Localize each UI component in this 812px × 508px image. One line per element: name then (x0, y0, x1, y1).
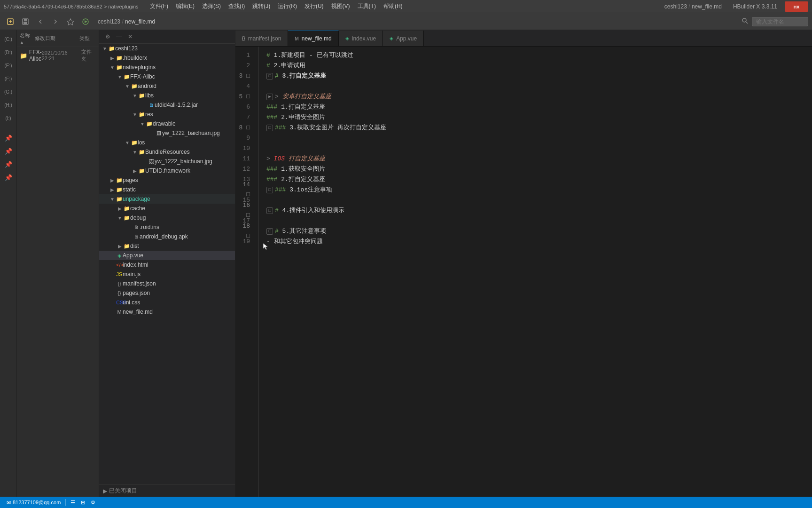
toolbar-icon-btn[interactable] (4, 16, 17, 28)
status-email[interactable]: ✉ 812377109@qq.com (4, 500, 63, 506)
fold-button-5[interactable]: ▶ (266, 94, 273, 100)
closed-projects[interactable]: ▶ 已关闭项目 (99, 484, 235, 497)
fold-button-8[interactable]: □ (266, 125, 273, 131)
line-num-5: 5 □ (235, 92, 254, 102)
fold-button-18[interactable]: □ (266, 228, 273, 235)
tree-item-unpackage[interactable]: ▼ 📁 unpackage (99, 194, 235, 204)
drive-f[interactable]: (F:) (2, 73, 15, 84)
menu-item-jump[interactable]: 跳转(J) (249, 0, 274, 13)
tree-item-manifest-json[interactable]: ▶ {} manifest.json (99, 279, 235, 288)
tree-item-yw1222-baichuan[interactable]: ▶ 🖼 yw_1222_baichuan.jpg (99, 128, 235, 138)
tree-label: pages (123, 177, 235, 183)
drive-e[interactable]: (E:) (2, 60, 15, 71)
tree-item-android[interactable]: ▼ 📁 android (99, 81, 235, 91)
pin-icon-3[interactable]: 📌 (2, 159, 15, 169)
tree-item-nativeplugins[interactable]: ▼ 📁 nativeplugins (99, 63, 235, 72)
tree-item-yw1222-baichuan2[interactable]: ▶ 🖼 yw_1222_baichuan.jpg (99, 157, 235, 166)
list-icon: ☰ (70, 500, 75, 506)
folder-icon: 📁 (139, 168, 145, 174)
tree-collapse-btn[interactable]: — (114, 32, 124, 41)
line-num-14: 14 □ (235, 185, 254, 195)
status-settings-icon[interactable]: ⚙ (88, 500, 98, 506)
tree-item-android-debug-apk[interactable]: ▶ 🗎 android_debug.apk (99, 232, 235, 241)
tree-item-bundleresources[interactable]: ▼ 📁 BundleResources (99, 147, 235, 157)
menu-item-run[interactable]: 运行(R) (274, 0, 301, 13)
side-panel: (C:) (D:) (E:) (F:) (G:) (H:) (I:) 📌 📌 📌… (0, 30, 17, 497)
tree-label: yw_1222_baichuan.jpg (155, 158, 235, 165)
tree-label: utdid4all-1.5.2.jar (155, 102, 235, 108)
tree-item-uni-css[interactable]: ▶ CSS uni.css (99, 298, 235, 307)
status-list-icon[interactable]: ☰ (68, 500, 78, 506)
toolbar-back-btn[interactable] (34, 16, 47, 28)
tab-app-vue[interactable]: ◈ App.vue (383, 31, 424, 46)
tree-item-new-file-md[interactable]: ▶ M new_file.md (99, 307, 235, 317)
tree-item-drawable[interactable]: ▼ 📁 drawable (99, 119, 235, 128)
tree-item-index-html[interactable]: ▶ </> index.html (99, 260, 235, 270)
code-line-9 (266, 133, 804, 143)
tree-item-ffx-alibc[interactable]: ▼ 📁 FFX-Alibc (99, 72, 235, 81)
tree-label: dist (130, 243, 235, 249)
drive-i[interactable]: (I:) (2, 113, 15, 123)
tree-item-roid-ins[interactable]: ▶ 🗎 .roid.ins (99, 222, 235, 232)
toolbar-right (742, 17, 808, 26)
drive-h[interactable]: (H:) (2, 100, 15, 110)
toolbar-run-btn[interactable] (79, 16, 92, 28)
menu-item-view[interactable]: 视图(V) (328, 0, 354, 13)
pin-icon-2[interactable]: 📌 (2, 146, 15, 156)
fm-header: 名称 ▲ 修改日期 类型 (17, 30, 99, 47)
tree-label: main.js (123, 271, 235, 278)
menu-item-file[interactable]: 文件(F) (146, 0, 172, 13)
tree-item-libs[interactable]: ▼ 📁 libs (99, 91, 235, 100)
folder-icon: 📁 (124, 74, 130, 80)
tree-label: unpackage (123, 196, 235, 202)
toolbar-save-btn[interactable] (19, 16, 32, 28)
tab-new-file-md[interactable]: M new_file.md (288, 31, 338, 46)
tab-index-vue[interactable]: ◈ index.vue (339, 31, 383, 46)
tree-item-app-vue[interactable]: ▶ ◈ App.vue (99, 251, 235, 260)
code-editor[interactable]: # 1.新建项目 - 已有可以跳过 # 2.申请试用 □ # 3.打自定义基座 (259, 47, 812, 497)
fm-item-name: FFX-Alibc (29, 49, 42, 62)
tree-item-pages[interactable]: ▶ 📁 pages (99, 175, 235, 185)
svg-line-12 (746, 22, 748, 24)
line-num-8: 8 □ (235, 123, 254, 133)
menu-item-tools[interactable]: 工具(T) (354, 0, 380, 13)
tree-item-utdid-framework[interactable]: ▶ 📁 UTDID.framework (99, 166, 235, 175)
menu-item-select[interactable]: 选择(S) (198, 0, 225, 13)
code-line-3: □ # 3.打自定义基座 (266, 71, 804, 81)
tree-item-res[interactable]: ▼ 📁 res (99, 110, 235, 119)
fm-row-ffx[interactable]: 📁 FFX-Alibc 2021/10/16 22:21 文件夹 (17, 47, 99, 64)
status-grid-icon[interactable]: ⊞ (78, 500, 88, 506)
toolbar-forward-btn[interactable] (49, 16, 62, 28)
tree-item-hbuilderx[interactable]: ▶ 📁 .hbuilderx (99, 53, 235, 63)
tree-settings-btn[interactable]: ⚙ (103, 32, 112, 41)
tab-manifest-json[interactable]: {} manifest.json (235, 31, 288, 46)
drive-c[interactable]: (C:) (2, 34, 15, 44)
fold-button-14[interactable]: □ (266, 187, 273, 193)
tree-item-main-js[interactable]: ▶ JS main.js (99, 270, 235, 279)
tree-close-btn[interactable]: ✕ (125, 32, 135, 41)
expand-arrow: ▶ (116, 205, 124, 212)
toolbar-star-btn[interactable] (64, 16, 77, 28)
search-input[interactable] (752, 17, 808, 26)
menu-item-find[interactable]: 查找(I) (225, 0, 249, 13)
fold-button-16[interactable]: □ (266, 207, 273, 214)
tree-item-dist[interactable]: ▶ 📁 dist (99, 241, 235, 251)
pin-icon-4[interactable]: 📌 (2, 172, 15, 183)
menu-item-help[interactable]: 帮助(H) (380, 0, 406, 13)
pin-icon-1[interactable]: 📌 (2, 133, 15, 143)
line-num-18: 18 □ (235, 226, 254, 237)
menu-item-edit[interactable]: 编辑(E) (172, 0, 198, 13)
file-icon: ◈ (116, 253, 123, 259)
tree-item-cache[interactable]: ▶ 📁 cache (99, 204, 235, 213)
tree-item-static[interactable]: ▶ 📁 static (99, 185, 235, 194)
tree-item-ceshi123[interactable]: ▼ 📁 ceshi123 (99, 44, 235, 53)
drive-g[interactable]: (G:) (2, 87, 15, 97)
menu-item-publish[interactable]: 发行(U) (301, 0, 328, 13)
tree-item-ios[interactable]: ▼ 📁 ios (99, 138, 235, 147)
fold-button-3[interactable]: □ (266, 73, 273, 79)
drive-d[interactable]: (D:) (2, 47, 15, 57)
tree-item-pages-json[interactable]: ▶ {} pages.json (99, 288, 235, 298)
expand-arrow: ▼ (109, 195, 116, 203)
tree-item-utdid4all[interactable]: ▶ 🗎 utdid4all-1.5.2.jar (99, 100, 235, 110)
tree-item-debug[interactable]: ▼ 📁 debug (99, 213, 235, 222)
